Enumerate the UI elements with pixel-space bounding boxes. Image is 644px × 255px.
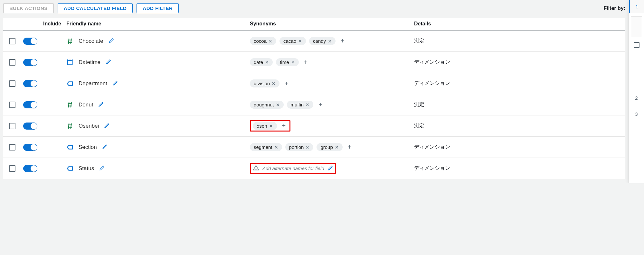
synonym-chip: candy✕ (309, 37, 336, 45)
remove-synonym-icon[interactable]: ✕ (328, 39, 332, 44)
include-toggle[interactable] (23, 165, 37, 172)
field-name: Datetime (79, 59, 100, 66)
edit-name-icon[interactable] (98, 101, 104, 108)
svg-line-10 (68, 102, 69, 107)
edit-name-icon[interactable] (99, 165, 105, 172)
add-filter-button[interactable]: ADD FILTER (137, 3, 179, 13)
details-value: ディメンション (414, 59, 625, 66)
details-value: 測定 (414, 38, 625, 44)
synonym-label: portion (289, 144, 304, 150)
side-preview (631, 16, 642, 37)
col-synonyms-header: Synonyms (250, 21, 414, 27)
warning-icon (253, 165, 259, 172)
include-toggle[interactable] (23, 144, 37, 151)
edit-name-icon[interactable] (102, 144, 108, 150)
details-value: ディメンション (414, 144, 625, 150)
details-value: 測定 (414, 123, 625, 129)
synonyms-highlight: osen✕+ (250, 120, 290, 132)
field-name: Section (79, 144, 97, 150)
synonym-label: time (280, 59, 289, 65)
edit-name-icon[interactable] (112, 80, 118, 87)
synonym-chip: doughnut✕ (250, 101, 284, 109)
edit-name-icon[interactable] (104, 123, 110, 129)
synonym-chip: date✕ (250, 58, 273, 66)
add-synonym-button[interactable]: + (317, 101, 324, 108)
tag-icon (66, 80, 73, 87)
svg-line-11 (71, 102, 71, 107)
side-step-3[interactable]: 3 (629, 107, 644, 121)
include-toggle[interactable] (23, 101, 37, 108)
add-synonym-button[interactable]: + (302, 59, 310, 66)
empty-synonyms-message: Add alternate names for field (262, 166, 324, 171)
hash-icon (66, 38, 73, 45)
add-synonym-button[interactable]: + (339, 37, 346, 45)
row-checkbox[interactable] (9, 123, 15, 129)
synonym-label: date (254, 59, 263, 65)
details-value: 測定 (414, 101, 625, 108)
synonym-label: muffin (291, 102, 304, 107)
synonym-chip: portion✕ (285, 143, 314, 151)
remove-synonym-icon[interactable]: ✕ (274, 145, 278, 150)
table-row: Osenbeiosen✕+測定 (3, 115, 625, 137)
calendar-icon (66, 59, 73, 66)
include-toggle[interactable] (23, 80, 37, 87)
synonym-chip: muffin✕ (287, 101, 314, 109)
row-checkbox[interactable] (9, 102, 15, 108)
synonym-label: osen (257, 123, 267, 129)
svg-line-15 (71, 123, 71, 129)
filter-by-label: Filter by: (603, 5, 625, 11)
include-toggle[interactable] (23, 123, 37, 130)
row-checkbox[interactable] (9, 59, 15, 66)
remove-synonym-icon[interactable]: ✕ (291, 60, 295, 65)
include-toggle[interactable] (23, 59, 37, 66)
synonym-label: division (254, 81, 270, 86)
add-calculated-field-button[interactable]: ADD CALCULATED FIELD (58, 3, 133, 13)
remove-synonym-icon[interactable]: ✕ (306, 102, 309, 107)
remove-synonym-icon[interactable]: ✕ (265, 60, 269, 65)
remove-synonym-icon[interactable]: ✕ (272, 81, 276, 86)
tag-icon (66, 165, 73, 172)
add-synonym-button[interactable]: + (283, 80, 290, 87)
remove-synonym-icon[interactable]: ✕ (276, 102, 280, 107)
side-panel: 1 2 3 (629, 0, 644, 183)
side-step-2[interactable]: 2 (629, 91, 644, 105)
table-row: Datetimedate✕time✕+ディメンション (3, 52, 625, 73)
field-name: Osenbei (79, 123, 99, 129)
row-checkbox[interactable] (9, 144, 15, 150)
remove-synonym-icon[interactable]: ✕ (269, 39, 272, 44)
fields-table: Include Friendly name Synonyms Details C… (3, 18, 625, 179)
add-synonym-button[interactable]: + (280, 122, 288, 130)
edit-name-icon[interactable] (109, 38, 114, 44)
field-name: Chocolate (79, 38, 103, 44)
side-step-1[interactable]: 1 (629, 0, 644, 13)
table-row: Sectionsegment✕portion✕group✕+ディメンション (3, 137, 625, 158)
bulk-actions-button: BULK ACTIONS (3, 3, 54, 13)
synonym-label: doughnut (254, 102, 274, 107)
add-synonym-button[interactable]: + (346, 143, 354, 151)
edit-name-icon[interactable] (106, 59, 111, 66)
synonym-label: segment (254, 144, 272, 150)
row-checkbox[interactable] (9, 38, 15, 44)
col-details-header: Details (414, 21, 625, 27)
edit-synonyms-icon[interactable] (327, 165, 333, 172)
synonym-label: cacao (283, 38, 296, 44)
synonym-chip: osen✕ (253, 122, 277, 130)
row-checkbox[interactable] (9, 80, 15, 87)
synonym-label: group (320, 144, 333, 150)
table-row: Chocolatecocoa✕cacao✕candy✕+測定 (3, 31, 625, 52)
toolbar: BULK ACTIONS ADD CALCULATED FIELD ADD FI… (3, 3, 625, 13)
include-toggle[interactable] (23, 38, 37, 45)
remove-synonym-icon[interactable]: ✕ (335, 145, 339, 150)
synonym-chip: time✕ (276, 58, 298, 66)
table-header: Include Friendly name Synonyms Details (3, 18, 625, 31)
table-row: StatusAdd alternate names for fieldディメンシ… (3, 158, 625, 179)
synonym-chip: group✕ (317, 143, 342, 151)
tag-icon (66, 144, 73, 151)
row-checkbox[interactable] (9, 165, 15, 172)
remove-synonym-icon[interactable]: ✕ (269, 123, 273, 129)
field-name: Donut (79, 102, 93, 108)
side-checkbox[interactable] (634, 42, 639, 48)
svg-point-17 (256, 169, 256, 169)
remove-synonym-icon[interactable]: ✕ (298, 39, 302, 44)
remove-synonym-icon[interactable]: ✕ (306, 145, 309, 150)
